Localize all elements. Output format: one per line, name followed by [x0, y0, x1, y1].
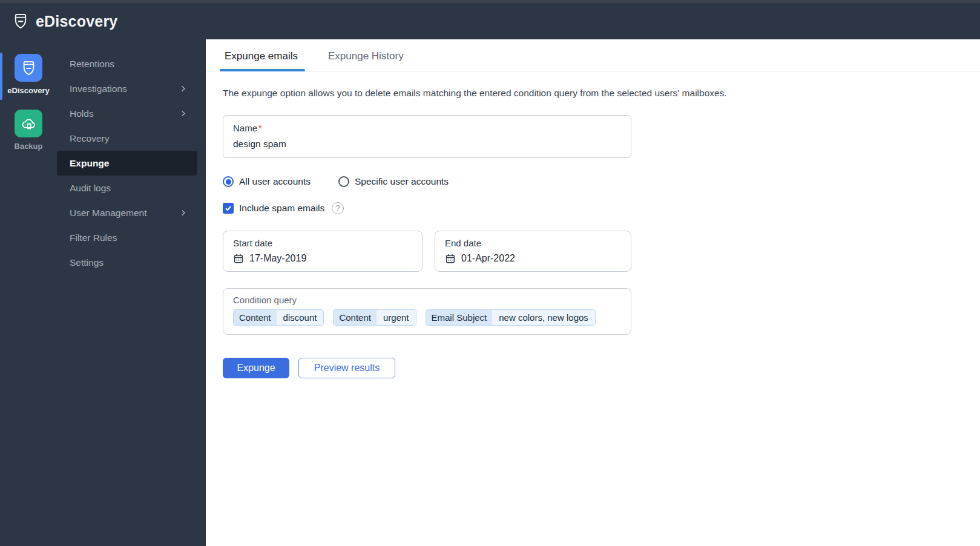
rail-app-label: Backup: [15, 142, 43, 151]
chip-field: Content: [334, 310, 377, 325]
sidebar-item-label: Retentions: [70, 59, 114, 70]
condition-chip[interactable]: Email Subject new colors, new logos: [426, 309, 596, 326]
radio-label: All user accounts: [239, 176, 311, 187]
sidebar-item-retentions[interactable]: Retentions: [57, 51, 197, 76]
chip-value: new colors, new logos: [492, 310, 595, 325]
sidebar-item-label: Holds: [70, 108, 94, 119]
cloud-backup-icon: [21, 116, 37, 132]
expunge-button[interactable]: Expunge: [223, 358, 289, 378]
start-date-label: Start date: [233, 238, 412, 248]
sidebar-item-audit-logs[interactable]: Audit logs: [57, 176, 197, 200]
topbar: eDiscovery: [0, 3, 980, 39]
chevron-right-icon: [179, 84, 188, 93]
condition-query-field[interactable]: Condition query Content discount Content…: [223, 288, 631, 335]
condition-chip[interactable]: Content discount: [233, 309, 324, 326]
condition-chip[interactable]: Content urgent: [333, 309, 416, 326]
sidebar-item-investigations[interactable]: Investigations: [57, 76, 197, 101]
end-date-value: 01-Apr-2022: [461, 253, 515, 264]
name-field[interactable]: Name*: [223, 115, 631, 158]
sidebar-item-user-management[interactable]: User Management: [57, 200, 197, 225]
sidebar-item-label: Filter Rules: [70, 232, 117, 243]
radio-unselected-icon[interactable]: [338, 176, 349, 187]
sidebar-menu: Retentions Investigations Holds Recovery…: [57, 39, 206, 546]
condition-chips: Content discount Content urgent Email Su…: [233, 309, 621, 326]
chip-field: Content: [234, 310, 277, 325]
ediscovery-logo-icon: [12, 13, 29, 30]
sidebar-item-label: Investigations: [70, 84, 127, 94]
include-spam-row: Include spam emails ?: [223, 202, 963, 214]
start-date-field[interactable]: Start date 17-May-2019: [223, 231, 423, 272]
name-field-label: Name*: [233, 123, 621, 133]
sidebar-item-filter-rules[interactable]: Filter Rules: [57, 225, 197, 250]
app-title: eDiscovery: [36, 13, 117, 30]
radio-all-user-accounts[interactable]: All user accounts: [223, 176, 311, 187]
sidebar-item-settings[interactable]: Settings: [57, 250, 197, 275]
expunge-form: The expunge option allows you to delete …: [206, 71, 980, 395]
main-panel: Expunge emails Expunge History The expun…: [206, 39, 980, 546]
sidebar-item-recovery[interactable]: Recovery: [57, 126, 197, 151]
calendar-icon: [445, 253, 456, 264]
start-date-value: 17-May-2019: [249, 253, 306, 264]
shield-icon: [21, 60, 37, 76]
backup-app-tile[interactable]: [15, 110, 42, 137]
include-spam-checkbox[interactable]: [223, 203, 234, 214]
tab-expunge-emails[interactable]: Expunge emails: [223, 50, 300, 71]
sidebar-item-holds[interactable]: Holds: [57, 101, 197, 126]
end-date-label: End date: [445, 238, 621, 248]
app-rail: eDiscovery Backup: [0, 39, 57, 546]
end-date-field[interactable]: End date 01-Apr-2022: [435, 231, 631, 272]
condition-query-label: Condition query: [233, 295, 621, 305]
expunge-description: The expunge option allows you to delete …: [223, 88, 963, 99]
tab-expunge-history[interactable]: Expunge History: [326, 50, 406, 71]
checkmark-icon: [225, 205, 232, 212]
chip-field: Email Subject: [426, 310, 493, 325]
radio-selected-icon[interactable]: [223, 176, 234, 187]
required-asterisk: *: [258, 123, 261, 133]
chip-value: discount: [277, 310, 324, 325]
rail-app-label: eDiscovery: [7, 86, 49, 95]
chip-value: urgent: [377, 310, 416, 325]
sidebar-item-label: User Management: [70, 208, 147, 219]
sidebar-item-label: Audit logs: [70, 183, 111, 194]
calendar-icon: [233, 253, 244, 264]
radio-specific-user-accounts[interactable]: Specific user accounts: [338, 176, 449, 187]
sidebar-item-label: Recovery: [70, 133, 109, 144]
sidebar-item-expunge[interactable]: Expunge: [57, 151, 197, 176]
sidebar-item-label: Expunge: [70, 158, 109, 169]
rail-app-backup[interactable]: Backup: [0, 108, 57, 158]
date-range-row: Start date 17-May-2019 End date: [223, 231, 963, 272]
help-icon[interactable]: ?: [332, 202, 344, 214]
rail-app-ediscovery[interactable]: eDiscovery: [0, 53, 57, 102]
sidebar: eDiscovery Backup Retentions Investigati…: [0, 39, 206, 546]
preview-results-button[interactable]: Preview results: [298, 358, 395, 378]
sidebar-item-label: Settings: [70, 257, 104, 268]
chevron-right-icon: [179, 109, 188, 118]
account-scope-radio-group: All user accounts Specific user accounts: [223, 176, 963, 187]
name-input[interactable]: [233, 139, 621, 150]
tab-bar: Expunge emails Expunge History: [206, 39, 980, 71]
radio-label: Specific user accounts: [355, 176, 449, 187]
include-spam-label: Include spam emails: [239, 203, 324, 214]
form-actions: Expunge Preview results: [223, 358, 963, 378]
chevron-right-icon: [179, 208, 188, 217]
ediscovery-app-tile[interactable]: [15, 54, 42, 82]
